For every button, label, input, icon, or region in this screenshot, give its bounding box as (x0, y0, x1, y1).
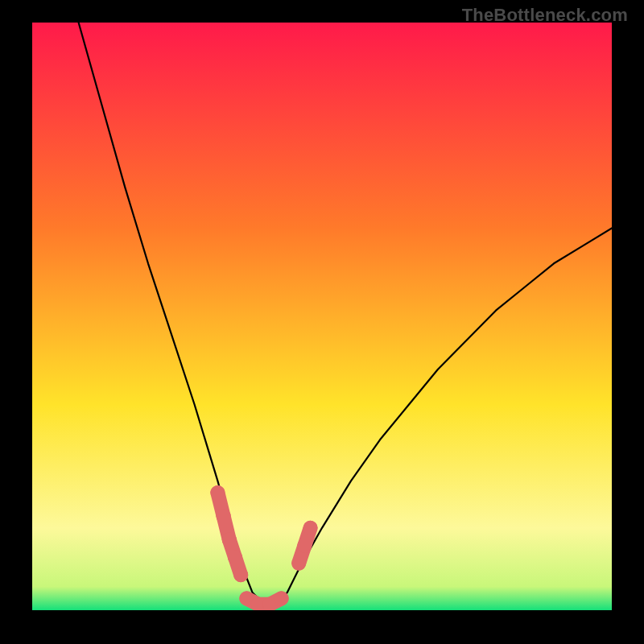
marker-dot (303, 521, 318, 535)
marker-dot (233, 568, 248, 582)
gradient-background (32, 23, 612, 610)
bottleneck-chart (32, 23, 612, 610)
chart-frame (32, 23, 612, 610)
marker-dot (275, 591, 289, 605)
